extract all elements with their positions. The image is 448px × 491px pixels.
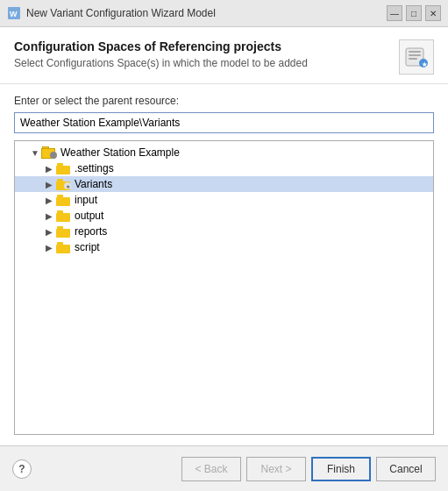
tree-item-label: Weather Station Example [60,146,180,159]
body-section: Enter or select the parent resource: ▼ W… [0,84,448,445]
folder-icon [55,225,71,238]
wizard-icon: W [7,6,21,20]
svg-text:W: W [10,10,18,18]
back-button[interactable]: < Back [181,457,241,481]
folder-icon [55,162,71,174]
tree-item-label: script [75,241,100,253]
next-button[interactable]: Next > [246,457,306,481]
window-controls: — □ ✕ [387,5,441,21]
project-folder-icon [41,146,57,159]
header-section: Configuration Spaces of Referencing proj… [0,27,448,84]
expand-arrow[interactable]: ▶ [43,243,55,253]
help-button[interactable]: ? [12,459,32,479]
footer-buttons: < Back Next > Finish Cancel [32,457,436,481]
tree-row[interactable]: ▶ ★ Variants [15,176,433,192]
tree-item-label: input [75,194,97,206]
expand-arrow[interactable]: ▼ [29,148,41,158]
footer: ? < Back Next > Finish Cancel [0,445,448,491]
finish-button[interactable]: Finish [311,457,371,481]
variants-folder-icon: ★ [55,178,71,190]
tree-row[interactable]: ▶ output [15,208,433,224]
expand-arrow[interactable]: ▶ [43,164,55,174]
folder-icon [55,241,71,253]
tree-row[interactable]: ▶ input [15,192,433,208]
expand-arrow[interactable]: ▶ [43,196,55,205]
minimize-button[interactable]: — [387,5,402,21]
main-content: Configuration Spaces of Referencing proj… [0,27,448,445]
window-title: New Variant Configuration Wizard Model [26,7,381,19]
parent-resource-input[interactable] [14,112,434,133]
tree-row[interactable]: ▼ Weather Station Example [15,145,433,160]
tree-item-label: reports [75,225,107,238]
expand-arrow[interactable]: ▶ [43,227,55,237]
expand-arrow[interactable]: ▶ [43,180,55,189]
tree-item-label: Variants [75,178,112,190]
folder-icon [55,210,71,222]
tree-row[interactable]: ▶ script [15,239,433,255]
svg-rect-3 [409,51,421,53]
config-icon: ★ [404,45,429,69]
tree-item-label: output [75,210,103,222]
tree-row[interactable]: ▶ .settings [15,160,433,176]
tree-item-label: .settings [75,162,114,174]
folder-icon [55,194,71,206]
page-title: Configuration Spaces of Referencing proj… [14,39,390,53]
cancel-button[interactable]: Cancel [376,457,436,481]
input-label: Enter or select the parent resource: [14,95,434,107]
expand-arrow[interactable]: ▶ [43,211,55,221]
tree-row[interactable]: ▶ reports [15,224,433,239]
title-bar: W New Variant Configuration Wizard Model… [0,0,448,27]
tree-container: ▼ Weather Station Example ▶ .settings [14,140,434,435]
svg-rect-5 [409,58,417,60]
page-subtitle: Select Configurations Space(s) in which … [14,57,390,69]
maximize-button[interactable]: □ [406,5,422,21]
header-texts: Configuration Spaces of Referencing proj… [14,39,390,69]
close-button[interactable]: ✕ [425,5,441,21]
header-icon-box: ★ [399,39,434,75]
svg-text:★: ★ [422,61,428,68]
svg-rect-4 [409,54,421,56]
